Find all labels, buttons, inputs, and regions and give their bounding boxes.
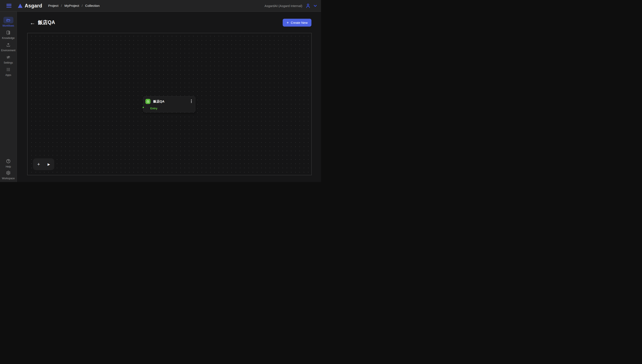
user-icon xyxy=(305,3,311,8)
breadcrumb-separator: / xyxy=(61,4,62,8)
sidebar: Workflows Knowledge Environment xyxy=(0,12,17,182)
canvas-toolbar: + ▶ xyxy=(33,158,54,170)
triangle-logo-icon xyxy=(18,4,23,8)
question-circle-icon xyxy=(6,158,11,164)
breadcrumb-project[interactable]: Project xyxy=(48,4,58,8)
sidebar-item-label: Settings xyxy=(4,61,13,64)
account-label: AsgardAI (Asgard Internal) xyxy=(264,4,302,8)
node-port-row: Entry xyxy=(150,106,157,110)
gear-icon xyxy=(6,170,11,176)
workflow-canvas[interactable]: 飯店QA Entry + ▶ xyxy=(27,33,312,175)
sidebar-item-environment[interactable]: Environment xyxy=(0,42,17,52)
workflow-node-card[interactable]: 飯店QA Entry xyxy=(143,96,195,112)
breadcrumb-separator: / xyxy=(82,4,83,8)
sidebar-item-knowledge[interactable]: Knowledge xyxy=(0,29,17,40)
sidebar-item-settings[interactable]: Settings xyxy=(0,54,17,64)
home-plus-icon xyxy=(145,99,150,104)
create-new-label: Create New xyxy=(291,21,308,24)
run-workflow-button[interactable]: ▶ xyxy=(48,163,50,166)
sliders-icon xyxy=(6,55,11,60)
entry-port-connector[interactable] xyxy=(143,107,144,108)
sidebar-item-apps[interactable]: Apps xyxy=(0,66,17,76)
topbar: Asgard Project / MyProject / Collection … xyxy=(0,0,321,12)
sidebar-item-label: Help xyxy=(6,165,11,168)
account-menu[interactable]: AsgardAI (Asgard Internal) xyxy=(264,3,318,8)
breadcrumb: Project / MyProject / Collection xyxy=(48,4,100,8)
grid-dots-icon xyxy=(6,67,11,72)
plus-icon: + xyxy=(287,21,289,25)
hamburger-menu-icon[interactable] xyxy=(7,4,12,8)
page-title: 飯店QA xyxy=(38,19,55,26)
main-header: ← 飯店QA + Create New xyxy=(17,12,321,33)
brand-name: Asgard xyxy=(25,3,42,9)
sidebar-item-label: Knowledge xyxy=(2,36,15,40)
node-head: 飯店QA xyxy=(145,99,164,104)
entry-port-label: Entry xyxy=(150,107,157,110)
sidebar-item-workflows[interactable]: Workflows xyxy=(0,17,17,27)
add-node-button[interactable]: + xyxy=(37,162,40,167)
book-icon xyxy=(6,30,11,35)
sidebar-item-label: Environment xyxy=(1,49,15,52)
sidebar-item-workspace[interactable]: Workspace xyxy=(0,170,17,180)
back-button[interactable]: ← xyxy=(29,19,36,26)
sidebar-item-label: Workflows xyxy=(2,24,14,27)
upload-icon xyxy=(6,42,11,47)
chevron-down-icon xyxy=(313,4,318,8)
app-root: Asgard Project / MyProject / Collection … xyxy=(0,0,321,182)
open-folder-icon xyxy=(6,18,11,22)
sidebar-item-label: Apps xyxy=(5,74,11,76)
sidebar-item-label: Workspace xyxy=(2,177,15,180)
brand-logo[interactable]: Asgard xyxy=(18,3,42,9)
sidebar-bottom: Help Workspace xyxy=(0,158,17,182)
breadcrumb-myproject[interactable]: MyProject xyxy=(65,4,79,8)
create-new-button[interactable]: + Create New xyxy=(283,19,311,26)
kebab-menu-icon[interactable] xyxy=(189,98,193,104)
breadcrumb-collection[interactable]: Collection xyxy=(85,4,100,8)
sidebar-item-help[interactable]: Help xyxy=(0,158,17,168)
node-title: 飯店QA xyxy=(153,100,164,104)
